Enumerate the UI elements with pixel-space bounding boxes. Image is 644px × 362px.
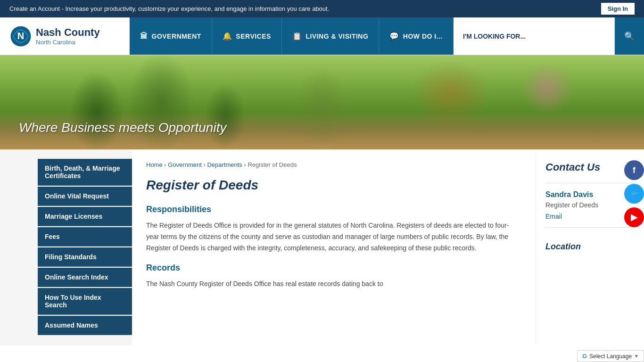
sidebar-item-fees[interactable]: Fees <box>38 227 132 247</box>
sidebar-item-filing-standards[interactable]: Filing Standards <box>38 247 132 267</box>
services-icon: 🔔 <box>223 32 232 41</box>
main-nav: 🏛 GOVERNMENT 🔔 SERVICES 📋 LIVING & VISIT… <box>130 17 644 55</box>
svg-text:N: N <box>17 31 24 41</box>
breadcrumb-departments[interactable]: Departments <box>207 161 242 168</box>
breadcrumb: Home › Government › Departments › Regist… <box>146 161 521 168</box>
sidebar-item-birth-death[interactable]: Birth, Death, & Marriage Certificates <box>38 159 132 186</box>
county-name: Nash County <box>36 26 100 39</box>
contact-email[interactable]: Email <box>545 213 562 220</box>
nav-government-label: GOVERNMENT <box>152 33 201 40</box>
howdoi-icon: 💬 <box>389 32 399 41</box>
logo-text: Nash County North Carolina <box>36 26 100 46</box>
state-name: North Carolina <box>36 39 100 46</box>
youtube-icon: ▶ <box>631 212 637 222</box>
sidebar-item-how-to-use[interactable]: How To Use Index Search <box>38 288 132 315</box>
nav-looking-for[interactable]: I'M LOOKING FOR... <box>454 17 615 55</box>
nav-services-label: SERVICES <box>236 33 271 40</box>
nav-howdoi[interactable]: 💬 HOW DO I... <box>379 17 454 55</box>
nav-living[interactable]: 📋 LIVING & VISITING <box>282 17 379 55</box>
location-divider <box>545 227 635 228</box>
responsibilities-heading: Responsibilities <box>146 205 521 214</box>
hero-overlay: Where Business meets Opportunity <box>19 120 226 135</box>
nav-living-label: LIVING & VISITING <box>305 33 368 40</box>
logo-area: N Nash County North Carolina <box>0 17 130 55</box>
hero-background <box>0 55 644 149</box>
facebook-button[interactable]: f <box>624 160 644 180</box>
sidebar-item-online-search[interactable]: Online Search Index <box>38 268 132 287</box>
breadcrumb-current: Register of Deeds <box>248 161 297 168</box>
social-sidebar: f 🐦 ▶ <box>624 160 644 229</box>
facebook-icon: f <box>633 165 636 175</box>
twitter-button[interactable]: 🐦 <box>624 184 644 204</box>
search-button[interactable]: 🔍 <box>615 17 644 55</box>
top-banner: Create an Account - Increase your produc… <box>0 0 644 17</box>
living-icon: 📋 <box>292 32 302 41</box>
contact-name: Sandra Davis <box>545 190 635 199</box>
page-title: Register of Deeds <box>146 178 521 193</box>
contact-title: Contact Us <box>545 161 635 173</box>
government-icon: 🏛 <box>140 32 148 41</box>
breadcrumb-home[interactable]: Home <box>146 161 163 168</box>
banner-text: Create an Account - Increase your produc… <box>9 5 601 12</box>
records-heading: Records <box>146 263 521 273</box>
nav-howdoi-label: HOW DO I... <box>403 33 443 40</box>
header: N Nash County North Carolina 🏛 GOVERNMEN… <box>0 17 644 55</box>
contact-role: Register of Deeds <box>545 201 635 209</box>
sidebar-item-marriage-licenses[interactable]: Marriage Licenses <box>38 207 132 226</box>
content-area: Home › Government › Departments › Regist… <box>132 149 644 346</box>
hero-section: Where Business meets Opportunity <box>0 55 644 149</box>
twitter-icon: 🐦 <box>630 190 638 197</box>
sidebar: Birth, Death, & Marriage Certificates On… <box>0 149 132 346</box>
sidebar-item-online-vital[interactable]: Online Vital Request <box>38 187 132 206</box>
sign-in-button[interactable]: Sign In <box>601 3 635 15</box>
sidebar-item-assumed-names[interactable]: Assumed Names <box>38 316 132 335</box>
nav-government[interactable]: 🏛 GOVERNMENT <box>130 17 212 55</box>
breadcrumb-government[interactable]: Government <box>168 161 202 168</box>
logo-icon: N <box>9 25 32 48</box>
responsibilities-text: The Register of Deeds Office is provided… <box>146 220 521 254</box>
search-icon: 🔍 <box>624 31 635 41</box>
main-article: Home › Government › Departments › Regist… <box>132 149 536 346</box>
location-heading: Location <box>545 242 635 252</box>
records-text: The Nash County Register of Deeds Office… <box>146 279 521 290</box>
contact-divider <box>545 183 635 183</box>
nav-services[interactable]: 🔔 SERVICES <box>212 17 282 55</box>
hero-tagline: Where Business meets Opportunity <box>19 120 226 135</box>
youtube-button[interactable]: ▶ <box>624 207 644 227</box>
main-content: Birth, Death, & Marriage Certificates On… <box>0 149 644 346</box>
